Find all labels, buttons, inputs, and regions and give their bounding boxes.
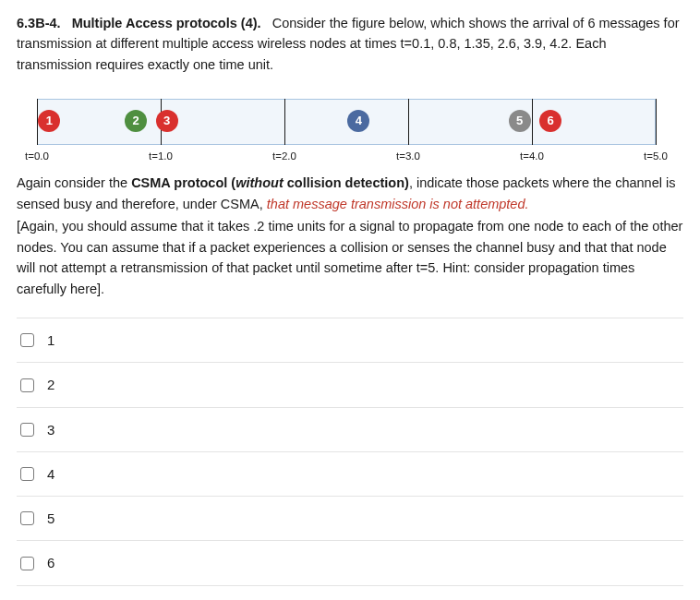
option-label: 5 (47, 508, 54, 529)
option-label: 4 (47, 463, 54, 485)
option-row[interactable]: 5 (17, 497, 683, 541)
options-list: 1 2 3 4 5 6 (17, 318, 683, 586)
arrival-marker-4: 4 (347, 110, 369, 132)
text-bold-italic: without (235, 175, 284, 190)
checkbox[interactable] (20, 333, 34, 347)
question-title: Multiple Access protocols (4). (72, 16, 261, 30)
timeline-tick-label: t=0.0 (25, 149, 49, 165)
option-label: 3 (47, 419, 54, 440)
checkbox[interactable] (20, 557, 34, 570)
timeline-tick-label: t=4.0 (520, 149, 544, 165)
option-label: 6 (47, 552, 54, 573)
question-header: 6.3B-4. Multiple Access protocols (4). C… (17, 13, 683, 75)
checkbox[interactable] (20, 378, 34, 392)
option-label: 1 (47, 330, 54, 351)
text-red-italic: that message transmission is not attempt… (267, 197, 529, 211)
checkbox[interactable] (20, 511, 34, 525)
checkbox[interactable] (20, 467, 34, 481)
text-hint: [Again, you should assume that it takes … (17, 219, 682, 295)
option-row[interactable]: 6 (17, 541, 683, 585)
option-row[interactable]: 4 (17, 452, 683, 497)
timeline-tick-label: t=3.0 (396, 149, 420, 165)
option-label: 2 (47, 374, 54, 395)
text-bold: collision detection) (284, 175, 409, 190)
timeline-tick-label: t=5.0 (644, 149, 668, 165)
timeline-tick (284, 99, 285, 145)
text-bold: CSMA protocol ( (131, 175, 235, 190)
timeline-figure: t=0.0t=1.0t=2.0t=3.0t=4.0t=5.0123456 (20, 99, 667, 145)
timeline-tick (532, 99, 533, 145)
arrival-marker-5: 5 (509, 110, 531, 132)
arrival-marker-3: 3 (156, 110, 178, 132)
option-row[interactable]: 2 (17, 363, 683, 407)
timeline-tick (408, 99, 409, 145)
question-number: 6.3B-4. (17, 16, 61, 30)
arrival-marker-1: 1 (38, 110, 60, 132)
arrival-marker-6: 6 (539, 110, 561, 132)
text: Again consider the (17, 175, 131, 190)
option-row[interactable]: 1 (17, 318, 683, 363)
checkbox[interactable] (20, 423, 34, 437)
prompt-paragraph: Again consider the CSMA protocol (withou… (17, 173, 683, 299)
option-row[interactable]: 3 (17, 408, 683, 452)
arrival-marker-2: 2 (125, 110, 147, 132)
timeline-tick (656, 99, 657, 145)
timeline-tick-label: t=1.0 (149, 149, 173, 165)
timeline-tick-label: t=2.0 (272, 149, 296, 165)
